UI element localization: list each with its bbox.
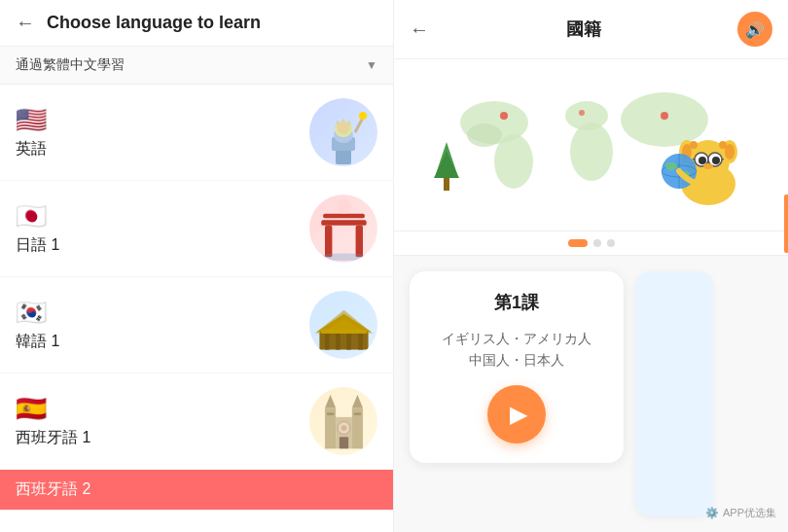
lang-image-korean — [309, 291, 377, 359]
svg-point-53 — [698, 157, 706, 164]
svg-point-54 — [712, 157, 720, 164]
lesson-text-line1: イギリス人・アメリカ人 — [442, 331, 591, 346]
svg-point-40 — [570, 123, 613, 181]
dropdown-text: 通過繁體中文學習 — [16, 56, 125, 74]
progress-dot-1 — [568, 239, 588, 247]
lesson-card-area: 第1課 イギリス人・アメリカ人 中国人・日本人 ▶ — [394, 256, 788, 532]
svg-rect-11 — [323, 213, 365, 218]
lang-left-spanish1: 🇪🇸 西班牙語 1 — [16, 394, 90, 448]
right-accent-bar — [784, 195, 788, 253]
svg-point-31 — [340, 425, 346, 431]
svg-point-68 — [665, 162, 677, 170]
svg-rect-33 — [326, 412, 333, 415]
svg-point-15 — [337, 198, 351, 213]
svg-rect-32 — [339, 437, 347, 448]
svg-point-44 — [579, 110, 585, 116]
right-header: ← 國籍 🔊 — [394, 0, 788, 59]
svg-point-38 — [494, 134, 533, 189]
flag-icon-japanese: 🇯🇵 — [16, 201, 59, 231]
lang-image-spanish1 — [309, 387, 377, 455]
illustration-area — [394, 59, 788, 231]
svg-point-45 — [661, 112, 668, 120]
lang-left-korean: 🇰🇷 韓語 1 — [16, 298, 59, 352]
lang-name-english: 英語 — [16, 139, 47, 160]
left-header: ← Choose language to learn — [0, 0, 393, 47]
svg-rect-21 — [336, 333, 340, 349]
flag-icon-spanish1: 🇪🇸 — [16, 394, 90, 424]
play-button[interactable]: ▶ — [487, 385, 546, 443]
lang-name-japanese: 日語 1 — [16, 235, 59, 256]
world-map-illustration — [416, 69, 767, 215]
svg-point-63 — [690, 141, 698, 149]
watermark-icon: ⚙️ — [705, 507, 719, 519]
svg-rect-22 — [346, 333, 351, 349]
progress-dot-3 — [607, 239, 615, 247]
list-item[interactable]: 🇯🇵 日語 1 — [0, 181, 393, 277]
language-list: 🇺🇸 英語 — [0, 85, 393, 532]
svg-point-9 — [359, 112, 367, 120]
watermark-text: APP优选集 — [723, 506, 776, 520]
lang-name-spanish2: 西班牙語 2 — [16, 479, 90, 500]
svg-marker-28 — [325, 394, 336, 408]
play-icon: ▶ — [510, 401, 527, 428]
svg-rect-24 — [321, 330, 366, 334]
lang-name-korean: 韓語 1 — [16, 332, 59, 352]
left-panel: ← Choose language to learn 通過繁體中文學習 ▼ 🇺🇸… — [0, 0, 394, 532]
dropdown-arrow-icon: ▼ — [366, 58, 377, 72]
lang-name-spanish1: 西班牙語 1 — [16, 428, 90, 448]
svg-point-64 — [719, 141, 727, 149]
progress-dots — [394, 231, 788, 256]
watermark: ⚙️ APP优选集 — [705, 506, 776, 520]
svg-point-43 — [500, 112, 508, 120]
language-dropdown[interactable]: 通過繁體中文學習 ▼ — [0, 47, 393, 85]
sound-icon: 🔊 — [745, 20, 765, 39]
lesson-number: 第1課 — [494, 291, 539, 314]
right-panel: ← 國籍 🔊 — [394, 0, 788, 532]
svg-point-7 — [337, 121, 350, 134]
lesson-text-line2: 中国人・日本人 — [469, 352, 564, 368]
svg-rect-20 — [325, 333, 330, 349]
lang-left-english: 🇺🇸 英語 — [16, 105, 47, 160]
svg-point-37 — [467, 124, 502, 147]
svg-rect-12 — [325, 225, 332, 256]
lesson-card-next[interactable] — [635, 271, 713, 516]
back-button-right[interactable]: ← — [410, 18, 429, 41]
svg-rect-10 — [321, 220, 366, 226]
lang-left-japanese: 🇯🇵 日語 1 — [16, 201, 59, 256]
lesson-subtitle: イギリス人・アメリカ人 中国人・日本人 — [442, 328, 591, 372]
lang-image-japanese — [309, 195, 377, 263]
back-button-left[interactable]: ← — [16, 12, 35, 34]
svg-marker-29 — [351, 394, 362, 408]
lang-image-english — [309, 98, 377, 166]
svg-rect-34 — [353, 412, 360, 415]
left-title: Choose language to learn — [47, 13, 261, 33]
svg-point-58 — [703, 163, 713, 169]
list-item[interactable]: 🇪🇸 西班牙語 1 — [0, 373, 393, 470]
right-title: 國籍 — [566, 18, 601, 41]
list-item-highlighted[interactable]: 西班牙語 2 — [0, 470, 393, 511]
flag-icon-korean: 🇰🇷 — [16, 298, 59, 328]
list-item[interactable]: 🇺🇸 英語 — [0, 85, 393, 181]
svg-line-8 — [355, 118, 363, 132]
sound-button[interactable]: 🔊 — [737, 12, 772, 47]
svg-rect-23 — [358, 333, 363, 349]
lesson-card: 第1課 イギリス人・アメリカ人 中国人・日本人 ▶ — [410, 271, 624, 463]
progress-dot-2 — [593, 239, 601, 247]
svg-rect-13 — [355, 225, 362, 256]
flag-icon-english: 🇺🇸 — [16, 105, 47, 135]
list-item[interactable]: 🇰🇷 韓語 1 — [0, 277, 393, 373]
svg-point-14 — [318, 253, 369, 260]
